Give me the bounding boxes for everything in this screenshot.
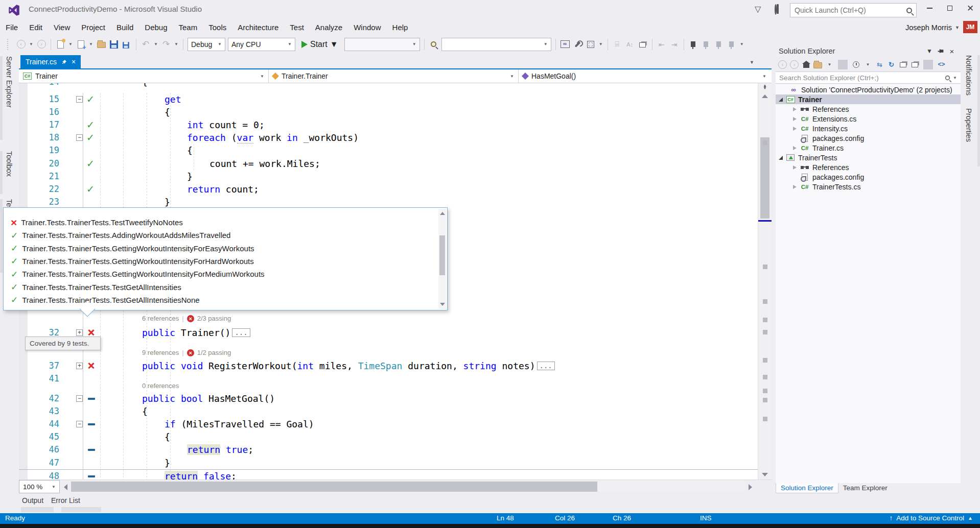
collapsed-arrow-icon[interactable] bbox=[793, 185, 797, 189]
editor-horizontal-scrollbar[interactable] bbox=[70, 482, 745, 492]
test-result-item[interactable]: ×Trainer.Tests.TrainerTests.TestTweetify… bbox=[4, 216, 433, 229]
menu-architecture[interactable]: Architecture bbox=[232, 20, 284, 34]
explorer-tab-solution-explorer[interactable]: Solution Explorer bbox=[776, 483, 838, 493]
vs-window-icon[interactable]: ∞ bbox=[560, 39, 570, 50]
home-icon[interactable] bbox=[801, 60, 811, 69]
menu-team[interactable]: Team bbox=[173, 20, 203, 34]
nav-back-icon[interactable]: ‹ bbox=[778, 60, 787, 69]
scrollbar-thumb[interactable] bbox=[439, 235, 445, 275]
chevron-down-icon[interactable]: ▼ bbox=[174, 39, 179, 50]
chevron-down-icon[interactable]: ▼ bbox=[739, 39, 744, 50]
fold-collapse-icon[interactable]: − bbox=[76, 96, 83, 103]
coverage-pass-icon[interactable]: ✓ bbox=[86, 157, 95, 170]
code-line-37[interactable]: 37+×public void RegisterWorkout(int mile… bbox=[19, 359, 758, 372]
menu-tools[interactable]: Tools bbox=[203, 20, 232, 34]
scroll-right-icon[interactable] bbox=[749, 484, 752, 490]
empty-dropdown[interactable]: ▼ bbox=[344, 38, 420, 51]
indent-out-icon[interactable]: ⇤ bbox=[657, 39, 667, 50]
close-panel-icon[interactable]: × bbox=[946, 47, 958, 56]
code-line-42[interactable]: 42−public bool HasMetGoal() bbox=[19, 392, 758, 405]
code-line-32[interactable]: 32+×public Trainer()... bbox=[19, 326, 758, 339]
fold-expand-icon[interactable]: + bbox=[76, 329, 83, 336]
editor-vertical-scrollbar[interactable]: ▲▼ bbox=[758, 83, 772, 479]
code-line-14[interactable]: 14{ bbox=[19, 83, 758, 88]
save-all-icon[interactable] bbox=[122, 39, 132, 50]
code-line-21[interactable]: 21} bbox=[19, 170, 758, 183]
side-tab-server-explorer[interactable]: Server Explorer bbox=[5, 56, 13, 108]
codelens-references[interactable]: 9 references bbox=[142, 348, 179, 357]
bookmark-next-icon[interactable] bbox=[714, 39, 724, 50]
scrollbar-thumb[interactable] bbox=[760, 137, 769, 219]
pin-icon[interactable] bbox=[935, 48, 946, 55]
collapsed-arrow-icon[interactable] bbox=[793, 107, 797, 111]
start-debug-button[interactable]: Start▼ bbox=[298, 38, 342, 51]
member-dropdown[interactable]: HasMetGoal() ▼ bbox=[519, 69, 771, 83]
switch-view-icon[interactable] bbox=[813, 60, 823, 69]
fold-expand-icon[interactable]: + bbox=[76, 363, 83, 369]
split-window-handle[interactable]: ▲▼ bbox=[760, 84, 769, 91]
scrollbar-thumb[interactable] bbox=[71, 482, 597, 492]
test-result-item[interactable]: ✓Trainer.Tests.TrainerTests.TestGetAllIn… bbox=[4, 294, 433, 306]
quick-launch-input[interactable]: Quick Launch (Ctrl+Q) bbox=[790, 3, 917, 17]
menu-window[interactable]: Window bbox=[348, 20, 386, 34]
bookmark-icon[interactable] bbox=[688, 39, 698, 50]
avatar[interactable]: JM bbox=[963, 21, 977, 33]
nav-back-icon[interactable]: ‹ bbox=[16, 39, 26, 50]
menu-view[interactable]: View bbox=[48, 20, 76, 34]
undo-icon[interactable]: ↶ bbox=[141, 39, 151, 50]
project-dropdown[interactable]: C# Trainer ▼ bbox=[19, 69, 269, 83]
test-result-item[interactable]: ✓Trainer.Tests.TrainerTests.GettingWorko… bbox=[4, 255, 433, 268]
code-line-47[interactable]: 47} bbox=[19, 457, 758, 469]
expanded-arrow-icon[interactable] bbox=[779, 98, 783, 102]
codelens-test-status[interactable]: 2/3 passing bbox=[197, 314, 231, 323]
close-button[interactable]: ✕ bbox=[961, 0, 980, 16]
tab-output[interactable]: Output bbox=[22, 496, 43, 505]
platform-dropdown[interactable]: Any CPU▼ bbox=[228, 38, 295, 51]
window-position-dropdown-icon[interactable]: ▼ bbox=[924, 47, 935, 55]
scroll-up-icon[interactable] bbox=[440, 212, 445, 215]
restore-button[interactable] bbox=[940, 0, 960, 16]
menu-debug[interactable]: Debug bbox=[139, 20, 173, 34]
menu-analyze[interactable]: Analyze bbox=[310, 20, 348, 34]
codelens-references[interactable]: 0 references bbox=[142, 381, 179, 391]
tree-item-trainer[interactable]: C#Trainer bbox=[776, 94, 961, 104]
configuration-dropdown[interactable]: Debug▼ bbox=[188, 38, 225, 51]
coverage-not-covered-icon[interactable] bbox=[88, 449, 95, 451]
extension-box-icon[interactable] bbox=[586, 39, 596, 50]
fold-collapse-icon[interactable]: − bbox=[76, 134, 83, 141]
coverage-pass-icon[interactable]: ✓ bbox=[86, 93, 95, 106]
save-icon[interactable] bbox=[109, 39, 119, 50]
find-in-files-icon[interactable] bbox=[429, 39, 439, 50]
chevron-down-icon[interactable]: ▼ bbox=[153, 39, 158, 50]
copy-screen-icon[interactable] bbox=[638, 39, 648, 50]
add-item-icon[interactable] bbox=[76, 39, 86, 50]
chevron-down-icon[interactable]: ▼ bbox=[825, 60, 834, 69]
tab-stub[interactable] bbox=[21, 507, 54, 512]
test-result-item[interactable]: ✓Trainer.Tests.TrainerTests.GettingWorko… bbox=[4, 268, 433, 280]
coverage-not-covered-icon[interactable] bbox=[88, 398, 95, 400]
fold-collapse-icon[interactable]: − bbox=[76, 395, 83, 402]
code-line-46[interactable]: 46return true; bbox=[19, 443, 758, 456]
win-copy-icon[interactable] bbox=[898, 60, 908, 69]
code-line-43[interactable]: 43{ bbox=[19, 405, 758, 418]
code-line-16[interactable]: 16{ bbox=[19, 106, 758, 118]
tree-item-intensity-cs[interactable]: C#Intensity.cs bbox=[776, 124, 961, 133]
minimize-button[interactable] bbox=[920, 0, 939, 16]
menu-edit[interactable]: Edit bbox=[24, 20, 48, 34]
codelens-indicator[interactable]: 6 references|×2/3 passing bbox=[142, 314, 231, 323]
codelens-references[interactable]: 6 references bbox=[142, 314, 179, 323]
code-line-41[interactable]: 41 bbox=[19, 372, 758, 385]
collapsed-arrow-icon[interactable] bbox=[793, 146, 797, 150]
indent-in-icon[interactable]: ⇥ bbox=[669, 39, 680, 50]
menu-test[interactable]: Test bbox=[284, 20, 310, 34]
tree-item-packages-config[interactable]: packages.config bbox=[776, 133, 961, 143]
scroll-down-icon[interactable] bbox=[762, 473, 768, 476]
pin-icon[interactable] bbox=[61, 59, 67, 65]
code-line-23[interactable]: 23} bbox=[19, 196, 758, 208]
feedback-icon[interactable]: ▽ bbox=[755, 4, 761, 14]
code-line-17[interactable]: 17✓int count = 0; bbox=[19, 118, 758, 131]
menu-help[interactable]: Help bbox=[387, 20, 414, 34]
code-line-48[interactable]: 48return false; bbox=[19, 469, 758, 479]
side-tab-toolbox[interactable]: Toolbox bbox=[5, 151, 13, 177]
outline-icon[interactable]: ⌸ bbox=[612, 39, 622, 50]
